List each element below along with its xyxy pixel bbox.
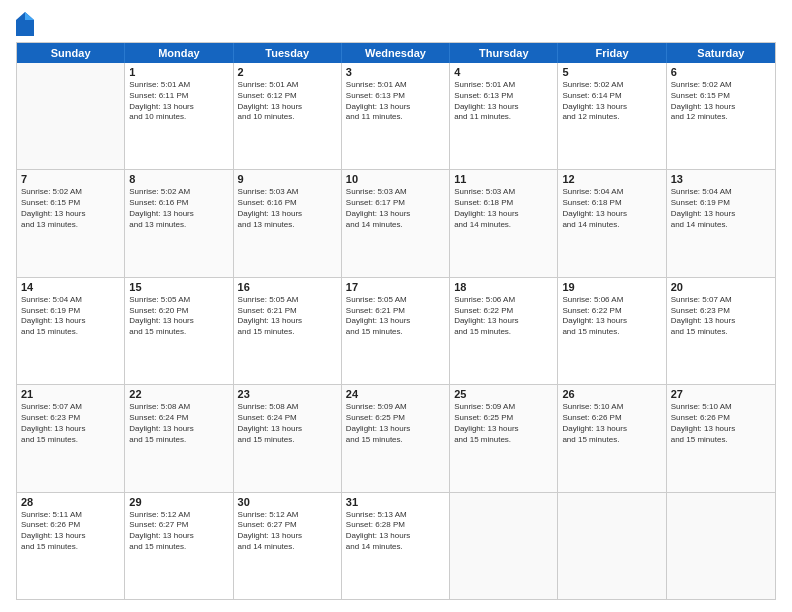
day-number: 27: [671, 388, 771, 400]
day-cell-19: 19Sunrise: 5:06 AM Sunset: 6:22 PM Dayli…: [558, 278, 666, 384]
day-info: Sunrise: 5:04 AM Sunset: 6:19 PM Dayligh…: [671, 187, 771, 230]
day-info: Sunrise: 5:11 AM Sunset: 6:26 PM Dayligh…: [21, 510, 120, 553]
day-info: Sunrise: 5:08 AM Sunset: 6:24 PM Dayligh…: [238, 402, 337, 445]
day-cell-15: 15Sunrise: 5:05 AM Sunset: 6:20 PM Dayli…: [125, 278, 233, 384]
day-number: 19: [562, 281, 661, 293]
day-number: 28: [21, 496, 120, 508]
logo: [16, 12, 38, 36]
day-info: Sunrise: 5:09 AM Sunset: 6:25 PM Dayligh…: [346, 402, 445, 445]
day-cell-21: 21Sunrise: 5:07 AM Sunset: 6:23 PM Dayli…: [17, 385, 125, 491]
day-number: 7: [21, 173, 120, 185]
day-info: Sunrise: 5:01 AM Sunset: 6:13 PM Dayligh…: [346, 80, 445, 123]
day-cell-3: 3Sunrise: 5:01 AM Sunset: 6:13 PM Daylig…: [342, 63, 450, 169]
day-info: Sunrise: 5:07 AM Sunset: 6:23 PM Dayligh…: [21, 402, 120, 445]
calendar-row-3: 14Sunrise: 5:04 AM Sunset: 6:19 PM Dayli…: [17, 278, 775, 385]
day-info: Sunrise: 5:02 AM Sunset: 6:16 PM Dayligh…: [129, 187, 228, 230]
day-number: 1: [129, 66, 228, 78]
day-info: Sunrise: 5:09 AM Sunset: 6:25 PM Dayligh…: [454, 402, 553, 445]
day-cell-30: 30Sunrise: 5:12 AM Sunset: 6:27 PM Dayli…: [234, 493, 342, 599]
day-number: 3: [346, 66, 445, 78]
empty-cell: [558, 493, 666, 599]
calendar-body: 1Sunrise: 5:01 AM Sunset: 6:11 PM Daylig…: [17, 63, 775, 599]
day-cell-23: 23Sunrise: 5:08 AM Sunset: 6:24 PM Dayli…: [234, 385, 342, 491]
day-info: Sunrise: 5:02 AM Sunset: 6:15 PM Dayligh…: [21, 187, 120, 230]
day-info: Sunrise: 5:01 AM Sunset: 6:13 PM Dayligh…: [454, 80, 553, 123]
day-number: 10: [346, 173, 445, 185]
day-cell-12: 12Sunrise: 5:04 AM Sunset: 6:18 PM Dayli…: [558, 170, 666, 276]
weekday-header-wednesday: Wednesday: [342, 43, 450, 63]
day-info: Sunrise: 5:04 AM Sunset: 6:19 PM Dayligh…: [21, 295, 120, 338]
day-cell-7: 7Sunrise: 5:02 AM Sunset: 6:15 PM Daylig…: [17, 170, 125, 276]
weekday-header-sunday: Sunday: [17, 43, 125, 63]
day-cell-17: 17Sunrise: 5:05 AM Sunset: 6:21 PM Dayli…: [342, 278, 450, 384]
weekday-header-tuesday: Tuesday: [234, 43, 342, 63]
day-number: 14: [21, 281, 120, 293]
empty-cell: [450, 493, 558, 599]
calendar-row-2: 7Sunrise: 5:02 AM Sunset: 6:15 PM Daylig…: [17, 170, 775, 277]
calendar-row-5: 28Sunrise: 5:11 AM Sunset: 6:26 PM Dayli…: [17, 493, 775, 599]
day-cell-13: 13Sunrise: 5:04 AM Sunset: 6:19 PM Dayli…: [667, 170, 775, 276]
day-number: 13: [671, 173, 771, 185]
day-cell-18: 18Sunrise: 5:06 AM Sunset: 6:22 PM Dayli…: [450, 278, 558, 384]
day-number: 18: [454, 281, 553, 293]
day-info: Sunrise: 5:13 AM Sunset: 6:28 PM Dayligh…: [346, 510, 445, 553]
day-cell-27: 27Sunrise: 5:10 AM Sunset: 6:26 PM Dayli…: [667, 385, 775, 491]
calendar-row-1: 1Sunrise: 5:01 AM Sunset: 6:11 PM Daylig…: [17, 63, 775, 170]
day-info: Sunrise: 5:05 AM Sunset: 6:21 PM Dayligh…: [346, 295, 445, 338]
day-info: Sunrise: 5:10 AM Sunset: 6:26 PM Dayligh…: [671, 402, 771, 445]
day-cell-28: 28Sunrise: 5:11 AM Sunset: 6:26 PM Dayli…: [17, 493, 125, 599]
day-cell-5: 5Sunrise: 5:02 AM Sunset: 6:14 PM Daylig…: [558, 63, 666, 169]
day-info: Sunrise: 5:01 AM Sunset: 6:11 PM Dayligh…: [129, 80, 228, 123]
day-cell-22: 22Sunrise: 5:08 AM Sunset: 6:24 PM Dayli…: [125, 385, 233, 491]
day-cell-24: 24Sunrise: 5:09 AM Sunset: 6:25 PM Dayli…: [342, 385, 450, 491]
empty-cell: [667, 493, 775, 599]
logo-icon: [16, 12, 34, 36]
day-number: 12: [562, 173, 661, 185]
svg-marker-1: [25, 12, 34, 20]
day-number: 9: [238, 173, 337, 185]
day-cell-31: 31Sunrise: 5:13 AM Sunset: 6:28 PM Dayli…: [342, 493, 450, 599]
day-info: Sunrise: 5:02 AM Sunset: 6:15 PM Dayligh…: [671, 80, 771, 123]
day-info: Sunrise: 5:03 AM Sunset: 6:18 PM Dayligh…: [454, 187, 553, 230]
day-cell-25: 25Sunrise: 5:09 AM Sunset: 6:25 PM Dayli…: [450, 385, 558, 491]
weekday-header-thursday: Thursday: [450, 43, 558, 63]
weekday-header-friday: Friday: [558, 43, 666, 63]
day-info: Sunrise: 5:01 AM Sunset: 6:12 PM Dayligh…: [238, 80, 337, 123]
day-cell-2: 2Sunrise: 5:01 AM Sunset: 6:12 PM Daylig…: [234, 63, 342, 169]
day-number: 22: [129, 388, 228, 400]
day-number: 29: [129, 496, 228, 508]
day-cell-1: 1Sunrise: 5:01 AM Sunset: 6:11 PM Daylig…: [125, 63, 233, 169]
day-number: 24: [346, 388, 445, 400]
day-number: 21: [21, 388, 120, 400]
day-number: 4: [454, 66, 553, 78]
day-info: Sunrise: 5:12 AM Sunset: 6:27 PM Dayligh…: [129, 510, 228, 553]
day-number: 6: [671, 66, 771, 78]
day-number: 2: [238, 66, 337, 78]
day-cell-8: 8Sunrise: 5:02 AM Sunset: 6:16 PM Daylig…: [125, 170, 233, 276]
day-info: Sunrise: 5:06 AM Sunset: 6:22 PM Dayligh…: [562, 295, 661, 338]
day-number: 31: [346, 496, 445, 508]
day-cell-4: 4Sunrise: 5:01 AM Sunset: 6:13 PM Daylig…: [450, 63, 558, 169]
day-number: 25: [454, 388, 553, 400]
day-cell-6: 6Sunrise: 5:02 AM Sunset: 6:15 PM Daylig…: [667, 63, 775, 169]
day-number: 15: [129, 281, 228, 293]
day-cell-10: 10Sunrise: 5:03 AM Sunset: 6:17 PM Dayli…: [342, 170, 450, 276]
day-info: Sunrise: 5:03 AM Sunset: 6:17 PM Dayligh…: [346, 187, 445, 230]
calendar-row-4: 21Sunrise: 5:07 AM Sunset: 6:23 PM Dayli…: [17, 385, 775, 492]
day-info: Sunrise: 5:05 AM Sunset: 6:20 PM Dayligh…: [129, 295, 228, 338]
day-cell-14: 14Sunrise: 5:04 AM Sunset: 6:19 PM Dayli…: [17, 278, 125, 384]
day-number: 8: [129, 173, 228, 185]
day-info: Sunrise: 5:05 AM Sunset: 6:21 PM Dayligh…: [238, 295, 337, 338]
day-cell-9: 9Sunrise: 5:03 AM Sunset: 6:16 PM Daylig…: [234, 170, 342, 276]
day-info: Sunrise: 5:07 AM Sunset: 6:23 PM Dayligh…: [671, 295, 771, 338]
day-cell-26: 26Sunrise: 5:10 AM Sunset: 6:26 PM Dayli…: [558, 385, 666, 491]
day-info: Sunrise: 5:08 AM Sunset: 6:24 PM Dayligh…: [129, 402, 228, 445]
day-number: 20: [671, 281, 771, 293]
calendar: SundayMondayTuesdayWednesdayThursdayFrid…: [16, 42, 776, 600]
day-info: Sunrise: 5:12 AM Sunset: 6:27 PM Dayligh…: [238, 510, 337, 553]
day-info: Sunrise: 5:06 AM Sunset: 6:22 PM Dayligh…: [454, 295, 553, 338]
calendar-header: SundayMondayTuesdayWednesdayThursdayFrid…: [17, 43, 775, 63]
day-cell-29: 29Sunrise: 5:12 AM Sunset: 6:27 PM Dayli…: [125, 493, 233, 599]
day-number: 11: [454, 173, 553, 185]
empty-cell: [17, 63, 125, 169]
